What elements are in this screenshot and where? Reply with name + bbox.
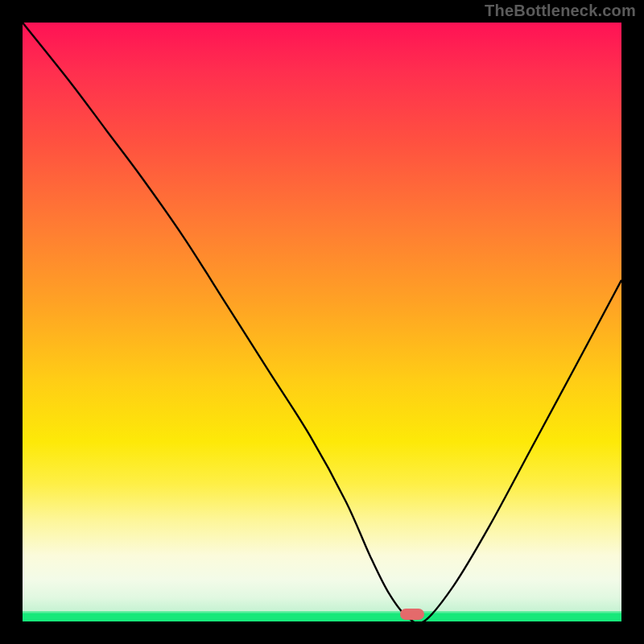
attribution-label: TheBottleneck.com (485, 2, 636, 20)
plot-area (23, 23, 621, 621)
bottleneck-curve (23, 23, 621, 621)
optimal-marker (400, 609, 424, 620)
chart-frame: TheBottleneck.com (0, 0, 644, 644)
